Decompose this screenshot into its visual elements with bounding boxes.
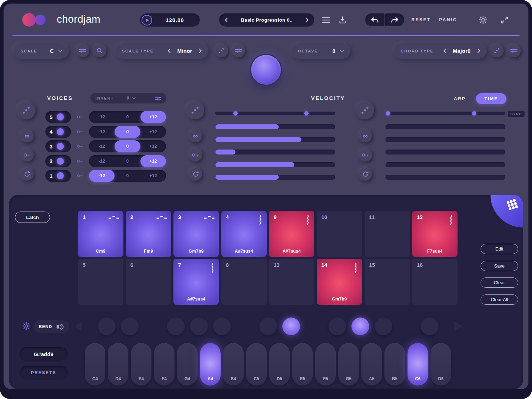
chord-type-next-button[interactable] <box>476 48 480 54</box>
scale-type-sliders-icon[interactable] <box>232 44 245 57</box>
black-key-A#4[interactable] <box>213 317 231 335</box>
white-key-C6[interactable]: C6 <box>408 343 428 386</box>
latch-button[interactable]: Latch <box>15 212 50 223</box>
octave-shift-left-arrow[interactable] <box>74 321 82 332</box>
black-key-D#5[interactable] <box>282 317 300 335</box>
white-key-C5[interactable]: C5 <box>246 343 267 386</box>
voice-offset-option[interactable]: +12 <box>140 140 166 152</box>
white-key-B4[interactable]: B4 <box>223 343 244 386</box>
time-bar-track[interactable] <box>386 124 505 129</box>
time-bar-track[interactable] <box>386 150 505 154</box>
chord-type-randomize-dice-icon[interactable] <box>490 44 504 57</box>
pad-9[interactable]: 9A#7sus4 <box>269 211 314 257</box>
voice-lock-key-icon[interactable] <box>77 159 84 163</box>
white-key-G4[interactable]: G4 <box>177 343 198 386</box>
voice-lock-key-icon[interactable] <box>77 130 84 134</box>
velocity-bar-track[interactable] <box>215 150 335 154</box>
invert-sliders-icon[interactable] <box>155 96 161 101</box>
undo-button[interactable] <box>365 13 384 26</box>
time-bar-track[interactable] <box>386 162 505 167</box>
voices-randomize-dice-icon[interactable] <box>17 101 35 119</box>
white-key-B5[interactable]: B5 <box>384 343 405 386</box>
tempo-display[interactable]: 120.00 <box>152 17 198 23</box>
time-bar-track[interactable] <box>386 175 505 180</box>
voices-infinity-icon[interactable]: ∞ <box>20 129 34 142</box>
scale-type-selector[interactable]: SCALE TYPE Minor <box>115 43 208 59</box>
time-range-low-handle[interactable] <box>386 111 390 116</box>
white-key-F5[interactable]: F5 <box>315 343 336 386</box>
preset-next-button[interactable] <box>305 17 308 23</box>
scale-search-icon[interactable] <box>93 44 106 57</box>
time-range-high-handle[interactable] <box>472 111 476 116</box>
keyboard-settings-gear-icon[interactable] <box>22 322 30 331</box>
black-key-G#4[interactable] <box>190 317 208 335</box>
invert-control[interactable]: INVERT 0 <box>90 93 166 103</box>
velocity-randomize-dice-icon[interactable] <box>186 101 204 119</box>
white-key-D6[interactable]: D6 <box>431 343 451 386</box>
voice-offset-option[interactable]: +12 <box>140 170 166 182</box>
voice-offset-option[interactable]: 0 <box>115 111 140 123</box>
white-key-G5[interactable]: G5 <box>338 343 359 386</box>
main-knob[interactable] <box>250 54 282 86</box>
preset-name[interactable]: Basic Progression 0.. <box>241 17 293 23</box>
voice-offset-option[interactable]: 0 <box>115 155 140 167</box>
velocity-bar-track[interactable] <box>215 162 335 167</box>
preset-prev-button[interactable] <box>226 17 229 23</box>
pad-15[interactable]: 15 <box>365 259 410 305</box>
redo-button[interactable] <box>385 13 404 26</box>
sync-badge[interactable]: SYNC <box>508 111 525 117</box>
pad-10[interactable]: 10 <box>317 211 362 257</box>
clear-all-button[interactable]: Clear All <box>481 294 518 305</box>
black-key-C#4[interactable] <box>98 317 116 335</box>
pad-3[interactable]: 3Gm7b9 <box>173 211 219 257</box>
scale-type-randomize-dice-icon[interactable] <box>215 44 228 57</box>
voice-toggle-pill[interactable]: 2 <box>45 155 71 167</box>
pad-1[interactable]: 1Cm9 <box>78 211 123 257</box>
black-key-A#5[interactable] <box>375 317 392 335</box>
voices-cycle-icon[interactable] <box>20 167 34 181</box>
time-range-slider[interactable] <box>386 112 505 115</box>
save-button[interactable]: Save <box>481 261 518 271</box>
voice-on-indicator[interactable] <box>57 128 64 135</box>
edit-button[interactable]: Edit <box>481 244 518 254</box>
white-key-E5[interactable]: E5 <box>292 343 313 386</box>
scale-type-next-button[interactable] <box>198 48 201 54</box>
black-key-D#4[interactable] <box>121 317 139 335</box>
velocity-range-low-handle[interactable] <box>233 111 238 116</box>
velocity-range-slider[interactable] <box>215 112 335 115</box>
voice-offset-option[interactable]: 0 <box>115 140 140 152</box>
arp-tab[interactable]: ARP <box>443 96 476 101</box>
pad-14[interactable]: 14Gm7b9 <box>317 259 362 305</box>
voice-offset-option[interactable]: +12 <box>140 111 166 123</box>
pad-11[interactable]: 11 <box>365 211 410 257</box>
voice-offset-option[interactable]: -12 <box>89 140 115 152</box>
time-lock-key-icon[interactable] <box>359 148 372 162</box>
white-key-D4[interactable]: D4 <box>108 343 128 386</box>
voice-offset-option[interactable]: 0 <box>115 170 140 182</box>
clear-button[interactable]: Clear <box>481 277 518 288</box>
voice-offset-option[interactable]: -12 <box>89 155 115 167</box>
white-key-A4[interactable]: A4 <box>200 343 221 386</box>
scale-flip-sliders-icon[interactable] <box>76 44 89 57</box>
white-key-E4[interactable]: E4 <box>131 343 151 386</box>
black-key-F#5[interactable] <box>328 317 346 335</box>
voice-offset-option[interactable]: +12 <box>140 155 166 167</box>
pad-6[interactable]: 6 <box>126 259 171 305</box>
white-key-F4[interactable]: F4 <box>154 343 174 386</box>
white-key-A5[interactable]: A5 <box>361 343 382 386</box>
settings-gear-icon[interactable] <box>479 16 487 24</box>
panic-button[interactable]: PANIC <box>439 17 457 22</box>
velocity-lock-key-icon[interactable] <box>189 148 202 162</box>
time-tab[interactable]: TIME <box>476 93 506 104</box>
voice-lock-key-icon[interactable] <box>77 144 84 148</box>
voice-on-indicator[interactable] <box>57 172 64 179</box>
chord-type-selector[interactable]: CHORD TYPE Major9 <box>394 43 487 59</box>
white-key-C4[interactable]: C4 <box>85 343 105 386</box>
voice-toggle-pill[interactable]: 1 <box>45 170 71 182</box>
voice-toggle-pill[interactable]: 3 <box>45 140 71 152</box>
black-key-C#6[interactable] <box>421 317 438 335</box>
resize-expand-icon[interactable] <box>501 16 508 24</box>
voice-offset-option[interactable]: 0 <box>115 126 140 138</box>
pad-13[interactable]: 13 <box>269 259 314 305</box>
voice-lock-key-icon[interactable] <box>77 174 84 178</box>
